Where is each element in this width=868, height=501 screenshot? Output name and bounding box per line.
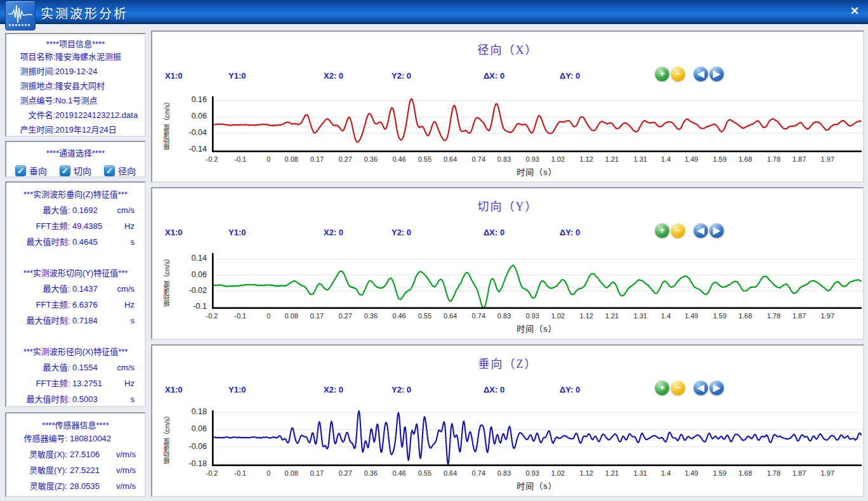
x-tick-label: -0.2 (198, 312, 226, 320)
waveform-plot[interactable] (212, 410, 862, 466)
x-tick-label: 0.55 (411, 469, 438, 477)
x-tick-label: 1.4 (652, 312, 680, 320)
feature-row: 最大值:0.1554cm/s (6, 360, 145, 375)
x-tick-label: 1.21 (598, 312, 626, 320)
sensor-info-rows: 传感器编号:180810042灵敏度(X):27.5106v/m/s灵敏度(Y)… (6, 431, 145, 494)
chart-panel-radial-x: 径向（X）X1:0Y1:0X2: 0Y2: 0ΔX: 0ΔY: 0+−◀▶振动速… (151, 30, 864, 183)
x-tick-label: 1.68 (732, 312, 760, 320)
zoom-out-button[interactable]: − (671, 381, 685, 395)
y-axis-spine (212, 410, 214, 466)
sensor-row-value: 28.0535 (70, 481, 100, 491)
x-tick-label: 0.93 (518, 312, 546, 320)
y-tick-label: 0.18 (174, 407, 207, 416)
feature-row-unit: s (131, 234, 135, 250)
project-row-value: 隆安县大同村 (55, 79, 105, 93)
x-tick-label: 1.59 (706, 312, 733, 320)
x-tick-label: 1.87 (786, 312, 813, 320)
channel-checkbox-radial[interactable]: ✓径向 (104, 164, 136, 177)
zoom-out-button[interactable]: − (671, 67, 685, 81)
feature-row: 最大值:0.1692cm/s (6, 202, 145, 218)
feature-row-value: 49.4385 (72, 221, 102, 231)
x-tick-label: 0.83 (490, 155, 518, 163)
y-tick-label: 0.06 (174, 270, 207, 279)
readout-y1: Y1:0 (228, 385, 246, 394)
feature-row-label: 最大值时刻: (11, 234, 70, 250)
sensor-row-unit: v/m/s (116, 462, 136, 478)
feature-group-heading: ***实测波形切向(Y)特征值*** (6, 265, 145, 281)
pan-left-button[interactable]: ◀ (694, 67, 708, 81)
x-tick-label: 1.4 (652, 469, 680, 477)
pan-left-button[interactable]: ◀ (694, 223, 708, 238)
feature-row-value: 0.1554 (72, 363, 98, 372)
x-tick-label: 1.02 (544, 469, 572, 477)
x-tick-label: 0.83 (490, 312, 518, 320)
x-tick-label: -0.1 (227, 155, 254, 163)
x-tick-label: 0.74 (464, 469, 492, 477)
x-tick-label: 1.21 (598, 155, 626, 163)
zoom-out-button[interactable]: − (671, 223, 685, 238)
zoom-in-button[interactable]: + (655, 67, 669, 81)
sensor-info-heading: ****传感器信息**** (6, 419, 145, 431)
x-tick-label: 0.55 (411, 155, 438, 163)
waveform-trace (212, 99, 862, 143)
y-axis-spine (212, 96, 214, 152)
x-tick-label: 0.17 (303, 155, 331, 163)
x-tick-label: 1.12 (572, 155, 600, 163)
project-row-label: 测点编号: (10, 93, 55, 108)
waveform-plot[interactable] (212, 253, 862, 309)
x-tick-label: 1.21 (598, 469, 626, 477)
project-row-label: 项目名称: (10, 49, 55, 64)
x-tick-label: -0.1 (227, 312, 254, 320)
channel-label: 径向 (118, 164, 136, 177)
x-tick-label: 1.68 (732, 155, 760, 163)
feature-row-value: 0.1692 (72, 205, 98, 215)
sensor-info-panel: ****传感器信息**** 传感器编号:180810042灵敏度(X):27.5… (5, 412, 146, 497)
project-row-value: 2019年12月24日 (55, 122, 117, 137)
x-tick-label: 0.36 (357, 312, 385, 320)
channel-checkbox-tangential[interactable]: ✓切向 (60, 164, 91, 177)
readout-y2: Y2: 0 (391, 71, 411, 81)
feature-row-label: FFT主频: (11, 375, 70, 391)
sensor-row-label: 灵敏度(Z): (11, 478, 67, 494)
feature-row: 最大值时刻:0.5003s (6, 391, 145, 407)
x-tick-label: 1.02 (544, 312, 572, 320)
project-row-value: No.1号测点 (55, 93, 97, 108)
x-tick-label: 0.64 (437, 469, 464, 477)
waveform-trace (212, 411, 862, 465)
y-tick-label: -0.1 (174, 302, 207, 311)
pan-right-button[interactable]: ▶ (709, 223, 724, 238)
pan-right-button[interactable]: ▶ (709, 381, 724, 395)
x-tick-label: -0.2 (198, 469, 226, 477)
readout-delta-y: ΔY: 0 (560, 385, 580, 394)
feature-row-unit: s (131, 313, 135, 329)
checkbox-checked-icon[interactable]: ✓ (60, 166, 70, 176)
pan-left-button[interactable]: ◀ (694, 381, 708, 395)
waveform-plot[interactable] (212, 96, 862, 152)
x-tick-label: 1.31 (626, 155, 654, 163)
checkbox-checked-icon[interactable]: ✓ (15, 166, 26, 176)
x-tick-label: 0.93 (518, 155, 546, 163)
zoom-in-button[interactable]: + (655, 223, 669, 238)
readout-delta-y: ΔY: 0 (560, 71, 580, 81)
project-row-label: 产生时间: (10, 122, 55, 137)
x-tick-label: 1.59 (706, 155, 733, 163)
x-tick-label: 0.17 (303, 469, 331, 477)
feature-row-unit: cm/s (117, 281, 135, 297)
sensor-row-value: 27.5221 (70, 465, 100, 475)
close-icon[interactable]: ✕ (850, 4, 859, 18)
x-axis-label: 时间（s） (212, 166, 862, 178)
channel-label: 垂向 (29, 164, 47, 177)
channel-checkbox-vertical[interactable]: ✓垂向 (15, 164, 47, 177)
zoom-in-button[interactable]: + (655, 381, 669, 395)
sensor-row-label: 传感器编号: (11, 431, 67, 446)
chart-title: 切向（Y） (152, 197, 863, 214)
x-tick-label: 0.46 (385, 469, 413, 477)
project-row-label: 测振地点: (10, 79, 55, 93)
x-axis-spine (212, 150, 862, 152)
x-tick-label: 1.87 (786, 155, 813, 163)
project-row-value: 2019-12-24 (55, 64, 98, 79)
chart-toolbar: +−◀▶ (655, 223, 725, 238)
readout-y1: Y1:0 (228, 228, 246, 237)
pan-right-button[interactable]: ▶ (709, 67, 724, 81)
checkbox-checked-icon[interactable]: ✓ (104, 166, 115, 176)
